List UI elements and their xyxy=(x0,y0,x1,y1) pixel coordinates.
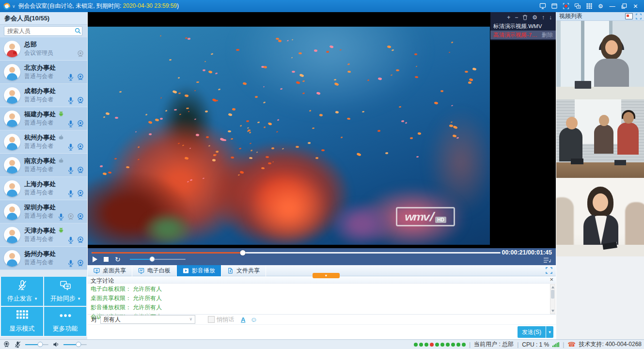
participant-row[interactable]: 北京办事处普通与会者 xyxy=(0,61,87,84)
scroll-up-arrow-icon[interactable] xyxy=(551,286,554,288)
camera-icon[interactable] xyxy=(77,236,84,244)
send-button[interactable]: 发送(S) xyxy=(518,326,546,338)
webcam-status-icon[interactable] xyxy=(3,341,10,348)
tab-item[interactable]: 桌面共享 xyxy=(88,265,132,276)
mic-icon[interactable] xyxy=(57,213,65,221)
font-button[interactable]: A xyxy=(241,316,245,323)
recipient-select[interactable]: 所有人 ∨ xyxy=(100,315,195,324)
main-area: wmv / HD + − ⚙ ↑ ↓ 标清演示视频.WMV高清演示视频-720P… xyxy=(88,12,556,339)
tab-item[interactable]: 影音播放 xyxy=(177,265,221,276)
camera-icon[interactable] xyxy=(67,213,75,221)
emoji-button[interactable]: ☺ xyxy=(250,316,257,323)
mic-icon[interactable] xyxy=(67,143,75,151)
video-tile-2[interactable] xyxy=(556,99,644,178)
mic-volume-slider[interactable] xyxy=(25,344,48,345)
add-file-icon[interactable]: + xyxy=(507,15,510,20)
fish-speck xyxy=(177,77,180,79)
mic-icon[interactable] xyxy=(67,259,75,267)
chat-message-input[interactable] xyxy=(88,325,556,339)
mic-icon[interactable] xyxy=(67,120,75,127)
collapse-panel-handle[interactable]: ▾ xyxy=(313,273,340,278)
mic-muted-icon[interactable] xyxy=(14,341,21,348)
remove-file-icon[interactable]: − xyxy=(515,15,518,20)
search-icon[interactable] xyxy=(75,28,81,34)
participant-row[interactable]: 南京办事处普通与会者 xyxy=(0,154,87,177)
chat-scrollbar[interactable] xyxy=(550,284,555,314)
participant-row[interactable]: 总部会议管理员 xyxy=(0,37,87,61)
video-tile-1[interactable] xyxy=(556,21,644,99)
camera-icon[interactable] xyxy=(77,50,84,58)
speaker-icon[interactable] xyxy=(52,341,60,348)
participant-row[interactable]: 福建办事处普通与会者 xyxy=(0,107,87,130)
search-input[interactable] xyxy=(4,26,82,36)
fullscreen-expand-icon[interactable] xyxy=(546,267,552,274)
mic-icon[interactable] xyxy=(67,190,75,197)
playlist-file[interactable]: 高清演示视频-720P.wmv删除 xyxy=(490,31,556,39)
action-button[interactable]: 更多功能 xyxy=(44,307,86,336)
minimize-button[interactable]: — xyxy=(609,3,616,10)
camera-icon[interactable] xyxy=(77,143,84,151)
stop-button[interactable] xyxy=(104,257,109,262)
participant-row[interactable]: 天津办事处普通与会者 xyxy=(0,223,87,247)
mic-icon[interactable] xyxy=(67,73,75,81)
move-up-icon[interactable]: ↑ xyxy=(542,15,545,20)
mic-icon[interactable] xyxy=(67,166,75,174)
camera-icon[interactable] xyxy=(77,190,84,197)
seek-progress xyxy=(92,252,243,254)
camera-icon[interactable] xyxy=(77,120,84,127)
send-options-caret-icon[interactable]: ▾ xyxy=(546,326,553,338)
fish-speck xyxy=(249,132,251,134)
participant-name: 扬州办事处 xyxy=(24,250,56,257)
speaker-volume-handle[interactable] xyxy=(76,342,81,347)
window-mode-icon[interactable] xyxy=(550,3,558,10)
coral-glow xyxy=(427,109,490,216)
camera-icon[interactable] xyxy=(77,213,84,221)
video-tile-3[interactable] xyxy=(556,178,644,256)
fish-speck xyxy=(240,125,242,127)
camera-icon[interactable] xyxy=(77,166,84,174)
tab-item[interactable]: 文件共享 xyxy=(221,265,266,276)
action-button[interactable]: 停止发言▾ xyxy=(1,277,43,306)
move-down-icon[interactable]: ↓ xyxy=(549,15,552,20)
system-menu-chevron-icon[interactable]: ∨ xyxy=(12,4,16,9)
video-panel-expand-icon[interactable] xyxy=(636,14,642,19)
trash-icon[interactable] xyxy=(522,15,528,20)
delete-file-button[interactable]: 删除 xyxy=(542,31,553,39)
whisper-checkbox[interactable] xyxy=(208,316,215,323)
speaker-volume-slider[interactable] xyxy=(63,344,87,345)
camera-icon[interactable] xyxy=(77,73,84,81)
action-button[interactable]: 开始同步▾ xyxy=(44,277,86,306)
mic-volume-handle[interactable] xyxy=(38,342,43,347)
mic-icon[interactable] xyxy=(67,96,75,104)
chat-close-icon[interactable]: × xyxy=(550,276,553,283)
loop-button[interactable]: ↻ xyxy=(115,256,121,262)
screen-share-icon[interactable] xyxy=(539,3,546,10)
play-button[interactable] xyxy=(93,256,97,262)
playlist-file[interactable]: 标清演示视频.WMV xyxy=(490,22,556,31)
participant-row[interactable]: 上海办事处普通与会者 xyxy=(0,177,87,200)
mic-icon[interactable] xyxy=(67,236,75,244)
participant-row[interactable]: 成都办事处普通与会者 xyxy=(0,84,87,107)
participant-row[interactable]: 杭州办事处普通与会者 xyxy=(0,130,87,154)
display-grid-icon[interactable] xyxy=(585,3,593,10)
settings-gear-icon[interactable]: ⚙ xyxy=(597,3,604,10)
participant-row[interactable]: 扬州办事处普通与会者 xyxy=(0,247,87,270)
seek-bar[interactable] xyxy=(92,252,501,254)
player-volume-slider[interactable] xyxy=(130,259,186,260)
playlist-toggle-icon[interactable] xyxy=(543,257,551,263)
participant-row[interactable]: 深圳办事处普通与会者 xyxy=(0,200,87,223)
camera-icon[interactable] xyxy=(77,96,84,104)
restore-button[interactable] xyxy=(620,3,628,10)
action-button[interactable]: 显示模式 xyxy=(1,307,43,336)
playlist-settings-gear-icon[interactable]: ⚙ xyxy=(532,15,537,20)
camera-icon[interactable] xyxy=(77,259,84,267)
network-sync-icon[interactable] xyxy=(574,3,581,10)
tab-item[interactable]: 电子白板 xyxy=(132,265,177,276)
scroll-down-arrow-icon[interactable] xyxy=(551,310,554,312)
seek-handle[interactable] xyxy=(240,250,246,255)
close-button[interactable]: ✕ xyxy=(632,3,639,10)
volume-handle[interactable] xyxy=(149,256,155,262)
video-layout-icon[interactable] xyxy=(625,13,633,19)
scrollbar-thumb[interactable] xyxy=(551,290,554,299)
record-icon[interactable] xyxy=(562,3,569,10)
